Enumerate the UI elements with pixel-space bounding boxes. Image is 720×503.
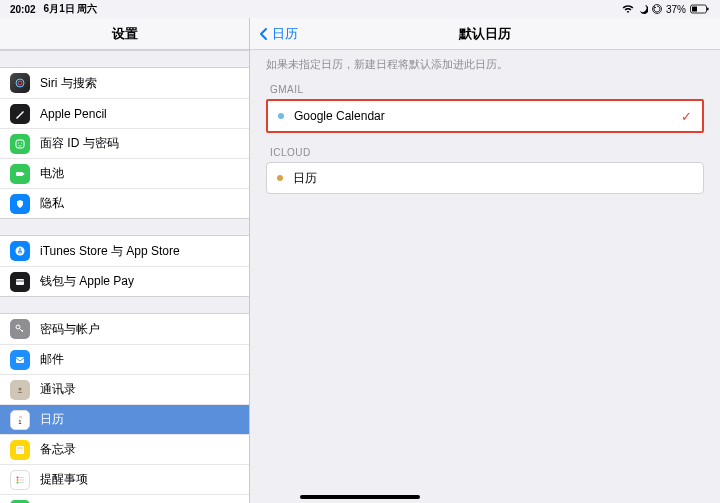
page-title: 默认日历 — [459, 25, 511, 43]
calendar-icon: 六1 — [10, 410, 30, 430]
pencil-icon — [10, 104, 30, 124]
sidebar-item-label: 通讯录 — [40, 381, 239, 398]
sidebar-item-label: 钱包与 Apple Pay — [40, 273, 239, 290]
sidebar-item-label: 提醒事项 — [40, 471, 239, 488]
sidebar-item-accounts[interactable]: 密码与帐户 — [0, 314, 249, 344]
status-right: 37% — [622, 4, 710, 15]
wifi-icon — [622, 4, 634, 14]
sidebar-item-mail[interactable]: 邮件 — [0, 344, 249, 374]
svg-point-8 — [21, 142, 22, 143]
svg-point-4 — [16, 79, 24, 87]
settings-sidebar: 设置 Siri 与搜索 Apple Pencil 面容 ID 与密码 电池 隐 — [0, 18, 250, 503]
sidebar-item-privacy[interactable]: 隐私 — [0, 188, 249, 218]
sidebar-item-contacts[interactable]: 通讯录 — [0, 374, 249, 404]
svg-rect-2 — [692, 7, 697, 12]
color-dot-icon — [278, 113, 284, 119]
siri-icon — [10, 73, 30, 93]
faceid-icon — [10, 134, 30, 154]
back-label: 日历 — [272, 25, 298, 43]
svg-point-24 — [17, 479, 19, 481]
orientation-lock-icon — [652, 4, 662, 14]
calendar-option-icloud[interactable]: 日历 — [267, 163, 703, 193]
sidebar-title: 设置 — [0, 18, 249, 50]
key-icon — [10, 319, 30, 339]
calendar-option-google[interactable]: Google Calendar ✓ — [268, 101, 702, 131]
svg-point-14 — [16, 325, 20, 329]
sidebar-item-calendar[interactable]: 六1 日历 — [0, 404, 249, 434]
sidebar-item-label: 日历 — [40, 411, 239, 428]
svg-rect-13 — [16, 280, 24, 281]
reminders-icon — [10, 470, 30, 490]
sidebar-item-label: 密码与帐户 — [40, 321, 239, 338]
sidebar-item-label: Siri 与搜索 — [40, 75, 239, 92]
svg-rect-6 — [16, 140, 24, 148]
sidebar-item-label: Apple Pencil — [40, 107, 239, 121]
svg-point-23 — [17, 476, 19, 478]
sidebar-item-wallet[interactable]: 钱包与 Apple Pay — [0, 266, 249, 296]
home-indicator[interactable] — [300, 495, 420, 499]
sidebar-item-label: iTunes Store 与 App Store — [40, 243, 239, 260]
content-header: 日历 默认日历 — [250, 18, 720, 50]
svg-rect-9 — [16, 172, 23, 176]
sidebar-item-siri[interactable]: Siri 与搜索 — [0, 68, 249, 98]
sidebar-item-label: 面容 ID 与密码 — [40, 135, 239, 152]
sidebar-item-label: 隐私 — [40, 195, 239, 212]
section-header-gmail: GMAIL — [270, 84, 700, 95]
battery-icon — [690, 4, 710, 14]
sidebar-item-label: 邮件 — [40, 351, 239, 368]
messages-icon — [10, 500, 30, 504]
svg-rect-10 — [23, 173, 24, 175]
content-pane: 日历 默认日历 如果未指定日历，新建日程将默认添加进此日历。 GMAIL Goo… — [250, 18, 720, 503]
sidebar-item-faceid[interactable]: 面容 ID 与密码 — [0, 128, 249, 158]
wallet-icon — [10, 272, 30, 292]
svg-rect-3 — [707, 8, 709, 11]
sidebar-item-label: 电池 — [40, 165, 239, 182]
gmail-card: Google Calendar ✓ — [266, 99, 704, 133]
status-bar: 20:02 6月1日 周六 37% — [0, 0, 720, 18]
sidebar-item-itunes[interactable]: iTunes Store 与 App Store — [0, 236, 249, 266]
sidebar-item-messages[interactable]: 信息 — [0, 494, 249, 503]
svg-point-7 — [18, 142, 19, 143]
status-date: 6月1日 周六 — [44, 2, 98, 16]
group-separator — [0, 218, 249, 236]
svg-rect-12 — [16, 279, 24, 285]
appstore-icon — [10, 241, 30, 261]
icloud-card: 日历 — [266, 162, 704, 194]
privacy-icon — [10, 194, 30, 214]
option-label: 日历 — [293, 170, 317, 187]
checkmark-icon: ✓ — [681, 109, 692, 124]
section-header-icloud: ICLOUD — [270, 147, 700, 158]
back-button[interactable]: 日历 — [258, 25, 298, 43]
option-label: Google Calendar — [294, 109, 385, 123]
hint-text: 如果未指定日历，新建日程将默认添加进此日历。 — [266, 58, 704, 72]
status-time: 20:02 — [10, 4, 36, 15]
group-separator — [0, 296, 249, 314]
svg-point-25 — [17, 481, 19, 483]
sidebar-item-notes[interactable]: 备忘录 — [0, 434, 249, 464]
battery-setting-icon — [10, 164, 30, 184]
sidebar-item-label: 备忘录 — [40, 441, 239, 458]
sidebar-item-apple-pencil[interactable]: Apple Pencil — [0, 98, 249, 128]
chevron-left-icon — [258, 27, 270, 41]
svg-rect-15 — [16, 357, 24, 363]
svg-point-16 — [19, 387, 22, 390]
sidebar-item-reminders[interactable]: 提醒事项 — [0, 464, 249, 494]
mail-icon — [10, 350, 30, 370]
dnd-icon — [638, 4, 648, 14]
color-dot-icon — [277, 175, 283, 181]
group-separator — [0, 50, 249, 68]
sidebar-item-battery[interactable]: 电池 — [0, 158, 249, 188]
battery-percent: 37% — [666, 4, 686, 15]
svg-point-5 — [18, 81, 22, 85]
contacts-icon — [10, 380, 30, 400]
svg-text:1: 1 — [18, 419, 22, 425]
notes-icon — [10, 440, 30, 460]
